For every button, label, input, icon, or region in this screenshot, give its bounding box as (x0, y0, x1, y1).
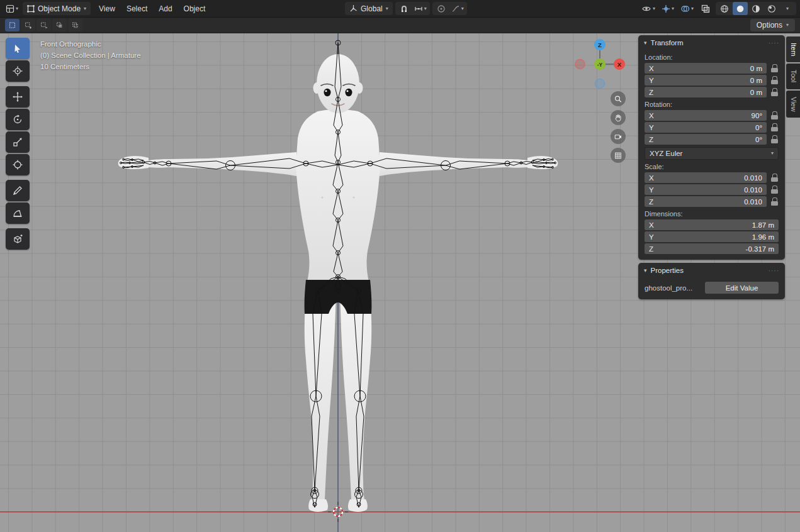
panel-drag-handle-icon[interactable]: ···· (769, 40, 779, 47)
gizmo-x-ball[interactable]: X (614, 58, 625, 70)
svg-text:-Y: -Y (597, 62, 603, 68)
location-y-field[interactable]: Y 0 m (645, 75, 767, 86)
viewport-3d[interactable]: Front Orthographic (0) Scene Collection … (0, 33, 800, 532)
navigation-gizmo[interactable]: Z -Y X (575, 39, 625, 89)
shading-wireframe-button[interactable] (717, 2, 732, 15)
field-value: 0 m (750, 89, 762, 96)
menu-select[interactable]: Select (121, 0, 153, 17)
tab-item[interactable]: Item (786, 36, 800, 62)
axis-label: Y (649, 233, 659, 241)
menu-view[interactable]: View (93, 0, 121, 17)
sidebar-n-panel: ▾ Transform ···· Location: X 0 m Y 0 m (638, 35, 785, 302)
axis-label: Z (649, 245, 659, 253)
tool-cursor[interactable] (6, 60, 30, 82)
show-overlays-dropdown[interactable]: ▾ (679, 2, 696, 15)
custom-property-name: ghostool_pro... (645, 284, 700, 292)
pan-button[interactable] (611, 110, 626, 125)
scale-y-field[interactable]: Y 0.010 (645, 184, 767, 195)
rotation-mode-dropdown[interactable]: XYZ Euler ▾ (645, 147, 779, 160)
zoom-button[interactable] (611, 91, 626, 106)
tab-tool[interactable]: Tool (786, 64, 800, 89)
gizmo-neg-y-ball[interactable]: -Y (594, 58, 606, 70)
gizmo-neg-x-ball[interactable] (575, 60, 585, 69)
xray-toggle[interactable] (698, 2, 713, 15)
chevron-down-icon: ▾ (461, 6, 464, 11)
scale-x-field[interactable]: X 0.010 (645, 172, 767, 183)
gizmo-neg-z-ball[interactable] (595, 79, 605, 89)
rotation-z-field[interactable]: Z 0° (645, 134, 767, 145)
edit-value-button[interactable]: Edit Value (705, 282, 779, 294)
dimensions-x-field[interactable]: X 1.87 m (645, 219, 779, 230)
rotation-mode-value: XYZ Euler (650, 150, 682, 157)
location-x-field[interactable]: X 0 m (645, 63, 767, 74)
lock-icon[interactable] (771, 123, 779, 131)
shading-solid-button[interactable] (733, 2, 748, 15)
menu-add[interactable]: Add (153, 0, 177, 17)
select-mode-intersect[interactable] (68, 19, 82, 31)
field-value: 0.010 (744, 174, 762, 182)
camera-view-button[interactable] (611, 129, 626, 144)
shading-material-button[interactable] (748, 2, 763, 15)
tool-select-box[interactable] (6, 38, 30, 59)
location-z-field[interactable]: Z 0 m (645, 87, 767, 97)
tool-rotate[interactable] (6, 109, 30, 130)
view-name-text: Front Orthographic (40, 39, 141, 50)
axis-label: Z (649, 136, 659, 143)
lock-icon[interactable] (771, 186, 779, 194)
tool-transform[interactable] (6, 154, 30, 175)
lock-icon[interactable] (771, 88, 779, 96)
dimensions-y-field[interactable]: Y 1.96 m (645, 231, 779, 242)
select-mode-invert[interactable] (52, 19, 67, 31)
options-dropdown[interactable]: Options ▾ (750, 19, 795, 31)
viewport-overlay-text: Front Orthographic (0) Scene Collection … (40, 39, 141, 72)
solid-sphere-icon (736, 4, 745, 13)
orientation-dropdown[interactable]: Global ▾ (345, 2, 393, 15)
hand-icon (614, 113, 622, 123)
rotation-x-field[interactable]: X 90° (645, 110, 767, 121)
proportional-edit-toggle[interactable] (434, 2, 449, 15)
lock-icon[interactable] (771, 174, 779, 182)
panel-title: Properties (651, 267, 684, 274)
lock-icon[interactable] (771, 135, 779, 143)
select-mode-new[interactable] (5, 19, 20, 31)
show-gizmo-dropdown[interactable]: ▾ (660, 2, 676, 15)
lock-icon[interactable] (771, 64, 779, 72)
shading-options-dropdown[interactable]: ▾ (780, 2, 795, 15)
lock-icon[interactable] (771, 197, 779, 206)
shading-rendered-button[interactable] (764, 2, 779, 15)
chevron-down-icon: ▾ (84, 6, 86, 11)
chevron-down-icon: ▾ (786, 6, 789, 11)
rotation-y-field[interactable]: Y 0° (645, 122, 767, 133)
tool-annotate[interactable] (6, 180, 30, 201)
mode-label: Object Mode (38, 4, 81, 13)
snap-target-dropdown[interactable]: ▾ (412, 2, 429, 15)
axis-label: Y (649, 186, 659, 194)
top-header: ▾ Object Mode ▾ View Select Add Object (0, 0, 800, 18)
mode-dropdown[interactable]: Object Mode ▾ (23, 2, 91, 15)
character-mesh[interactable] (118, 54, 558, 512)
tool-measure[interactable] (6, 202, 30, 224)
rotation-label: Rotation: (645, 101, 779, 108)
scale-z-field[interactable]: Z 0.010 (645, 196, 767, 207)
axis-label: Y (649, 77, 659, 84)
lock-icon[interactable] (771, 111, 779, 119)
select-mode-extend[interactable] (21, 19, 35, 31)
tab-view[interactable]: View (786, 91, 800, 118)
proportional-falloff-dropdown[interactable]: ▾ (449, 2, 466, 15)
object-visibility-dropdown[interactable]: ▾ (639, 2, 657, 15)
tool-add-cube[interactable] (6, 228, 30, 250)
tool-scale[interactable] (6, 131, 30, 153)
panel-drag-handle-icon[interactable]: ···· (769, 267, 779, 274)
snap-toggle-button[interactable] (397, 2, 412, 15)
properties-panel-header[interactable]: ▾ Properties ···· (638, 263, 785, 278)
axis-label: X (649, 174, 659, 182)
lock-icon[interactable] (771, 76, 779, 84)
transform-panel-header[interactable]: ▾ Transform ···· (638, 35, 785, 50)
tool-move[interactable] (6, 86, 30, 108)
perspective-toggle-button[interactable] (611, 148, 626, 163)
editor-type-button[interactable]: ▾ (4, 2, 20, 15)
select-mode-subtract[interactable] (37, 19, 51, 31)
menu-object[interactable]: Object (178, 0, 211, 17)
dimensions-z-field[interactable]: Z -0.317 m (645, 243, 779, 254)
gizmo-z-ball[interactable]: Z (594, 39, 606, 50)
